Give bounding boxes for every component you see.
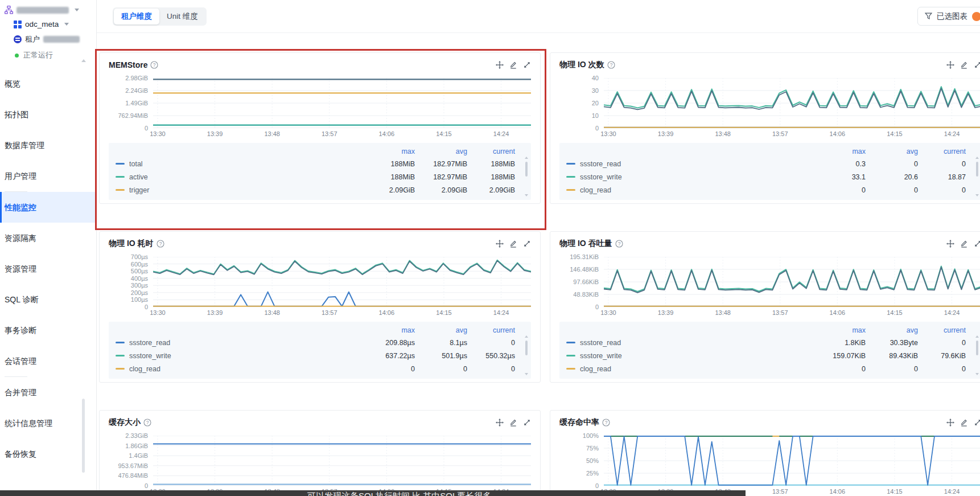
tab-unit-dimension[interactable]: Unit 维度 bbox=[159, 9, 205, 24]
scroll-down-icon[interactable] bbox=[975, 373, 979, 375]
help-icon[interactable]: ? bbox=[615, 240, 623, 248]
database-row[interactable]: odc_meta bbox=[5, 20, 93, 28]
expand-icon[interactable] bbox=[523, 240, 531, 248]
series-name: ssstore_write bbox=[580, 173, 806, 181]
sidebar-scrollbar[interactable] bbox=[81, 55, 85, 494]
legend-scrollbar[interactable] bbox=[524, 335, 529, 375]
help-icon[interactable]: ? bbox=[157, 240, 164, 248]
selected-charts-button[interactable]: 已选图表 bbox=[917, 7, 980, 26]
scroll-down-icon[interactable] bbox=[975, 194, 979, 196]
legend-value: 0 bbox=[918, 339, 966, 347]
scroll-down-icon[interactable] bbox=[525, 194, 528, 196]
x-tick: 13:39 bbox=[658, 309, 674, 316]
y-tick: 50% bbox=[586, 457, 599, 464]
svg-text:?: ? bbox=[617, 241, 620, 247]
legend-row-clog_read[interactable]: clog_read000 bbox=[116, 362, 524, 375]
drag-icon[interactable] bbox=[496, 240, 504, 248]
cluster-icon bbox=[5, 6, 13, 14]
plot-row: 40302010013:3013:3913:4813:5714:0614:151… bbox=[559, 78, 980, 139]
y-axis-labels: 100%75%50%25%0 bbox=[559, 436, 604, 486]
help-icon[interactable]: ? bbox=[143, 419, 151, 427]
x-tick: 13:48 bbox=[715, 309, 731, 316]
x-tick: 14:06 bbox=[830, 309, 846, 316]
x-tick: 13:30 bbox=[150, 309, 166, 316]
edit-icon[interactable] bbox=[509, 61, 517, 69]
y-tick: 75% bbox=[586, 445, 599, 452]
scrollbar-thumb[interactable] bbox=[82, 399, 85, 473]
legend-scrollbar[interactable] bbox=[975, 157, 980, 196]
legend-row-ssstore_read[interactable]: ssstore_read1.8KiB30.3Byte0 bbox=[566, 336, 975, 349]
series-color-dash bbox=[566, 368, 575, 370]
drag-icon[interactable] bbox=[946, 240, 954, 248]
legend-value: 0 bbox=[918, 365, 966, 373]
y-tick: 2.33GiB bbox=[125, 432, 148, 439]
scroll-up-icon[interactable] bbox=[975, 157, 979, 159]
scrollbar-thumb[interactable] bbox=[525, 341, 528, 355]
expand-icon[interactable] bbox=[974, 240, 980, 248]
legend-row-trigger[interactable]: trigger2.09GiB2.09GiB2.09GiB bbox=[116, 183, 524, 196]
edit-icon[interactable] bbox=[509, 240, 517, 248]
plot-area[interactable] bbox=[604, 78, 980, 128]
chevron-down-icon bbox=[75, 9, 79, 11]
legend-value: 209.88µs bbox=[355, 339, 415, 347]
edit-icon[interactable] bbox=[960, 419, 968, 427]
expand-icon[interactable] bbox=[974, 419, 980, 427]
legend-value: 89.43KiB bbox=[866, 352, 918, 360]
x-tick: 13:57 bbox=[322, 130, 337, 137]
y-tick: 25% bbox=[586, 470, 599, 477]
expand-icon[interactable] bbox=[974, 61, 980, 69]
drag-icon[interactable] bbox=[946, 419, 954, 427]
edit-icon[interactable] bbox=[960, 240, 968, 248]
edit-icon[interactable] bbox=[509, 419, 517, 427]
legend-row-ssstore_read[interactable]: ssstore_read0.300 bbox=[566, 157, 975, 170]
y-tick: 1.86GiB bbox=[125, 442, 148, 449]
y-tick: 100µs bbox=[131, 296, 148, 303]
scroll-up-icon[interactable] bbox=[975, 335, 979, 338]
legend-row-ssstore_write[interactable]: ssstore_write33.120.618.87 bbox=[566, 170, 975, 183]
plot-area[interactable] bbox=[153, 257, 531, 307]
plot-area[interactable] bbox=[604, 257, 980, 307]
help-icon[interactable]: ? bbox=[607, 61, 615, 69]
help-icon[interactable]: ? bbox=[150, 61, 158, 69]
legend-row-clog_read[interactable]: clog_read000 bbox=[566, 183, 975, 196]
legend-value: 2.09GiB bbox=[467, 186, 515, 194]
topbar: 租户维度 Unit 维度 已选图表 bbox=[97, 0, 980, 33]
expand-icon[interactable] bbox=[523, 61, 531, 69]
scroll-up-icon[interactable] bbox=[525, 335, 528, 338]
legend-scrollbar[interactable] bbox=[975, 335, 980, 375]
chevron-down-icon bbox=[64, 23, 69, 26]
chart-title: 缓存大小 bbox=[109, 417, 141, 428]
drag-icon[interactable] bbox=[946, 61, 954, 69]
plot-area[interactable] bbox=[604, 436, 980, 486]
expand-icon[interactable] bbox=[523, 419, 531, 427]
edit-icon[interactable] bbox=[960, 61, 968, 69]
scrollbar-thumb[interactable] bbox=[525, 162, 528, 177]
legend-row-total[interactable]: total188MiB182.97MiB188MiB bbox=[116, 157, 524, 170]
legend-row-ssstore_read[interactable]: ssstore_read209.88µs8.1µs0 bbox=[116, 336, 524, 349]
scroll-down-icon[interactable] bbox=[525, 373, 528, 375]
legend-row-ssstore_write[interactable]: ssstore_write159.07KiB89.43KiB79.6KiB bbox=[566, 349, 975, 362]
scrollbar-thumb[interactable] bbox=[976, 341, 978, 355]
drag-icon[interactable] bbox=[496, 419, 504, 427]
cluster-row[interactable] bbox=[5, 6, 93, 14]
series-line-ssstore_read bbox=[153, 292, 531, 306]
legend-row-active[interactable]: active188MiB182.97MiB188MiB bbox=[116, 170, 524, 183]
tenant-row[interactable]: 租户 bbox=[5, 34, 93, 44]
x-tick: 14:06 bbox=[379, 309, 395, 316]
y-tick: 200µs bbox=[131, 289, 148, 296]
plot-area[interactable] bbox=[153, 436, 531, 486]
status-dot-icon bbox=[15, 54, 19, 58]
legend-row-clog_read[interactable]: clog_read000 bbox=[566, 362, 975, 375]
scrollbar-thumb[interactable] bbox=[976, 162, 978, 177]
card-toolbar bbox=[496, 240, 531, 248]
series-color-dash bbox=[566, 189, 575, 191]
scroll-up-icon[interactable] bbox=[81, 59, 86, 62]
x-tick: 14:15 bbox=[887, 309, 903, 316]
drag-icon[interactable] bbox=[496, 61, 504, 69]
scroll-up-icon[interactable] bbox=[525, 157, 528, 159]
tab-tenant-dimension[interactable]: 租户维度 bbox=[114, 9, 159, 24]
plot-area[interactable] bbox=[153, 78, 531, 128]
help-icon[interactable]: ? bbox=[602, 419, 610, 427]
legend-scrollbar[interactable] bbox=[524, 157, 529, 196]
legend-row-ssstore_write[interactable]: ssstore_write637.22µs501.9µs550.32µs bbox=[116, 349, 524, 362]
